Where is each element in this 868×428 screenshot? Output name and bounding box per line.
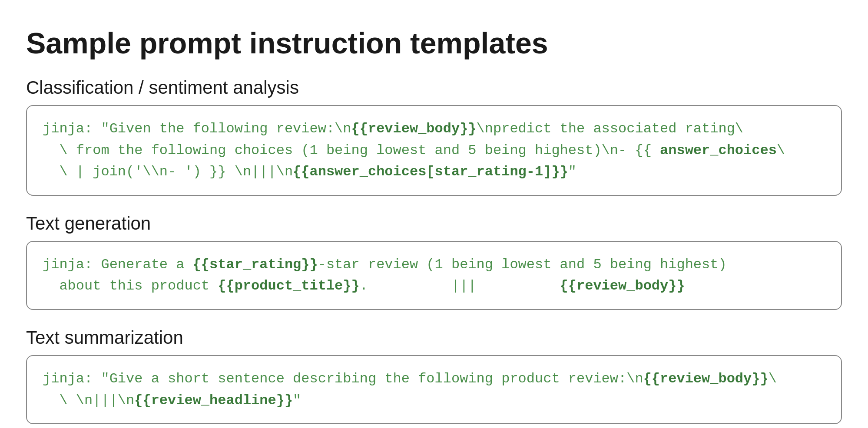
code-part-classification-1-0: \ from the following choices (1 being lo… xyxy=(43,142,660,158)
code-line-classification-0: jinja: "Given the following review:\n{{r… xyxy=(43,118,825,140)
code-line-text-summarization-1: \ \n|||\n{{review_headline}}" xyxy=(43,390,825,412)
section-label-text-summarization: Text summarization xyxy=(26,327,842,348)
code-part-text-summarization-0-3: \ xyxy=(769,371,777,387)
code-part-text-summarization-0-0: jinja: xyxy=(43,371,101,387)
code-part-classification-2-2: " xyxy=(568,164,576,180)
code-box-text-summarization: jinja: "Give a short sentence describing… xyxy=(26,355,842,424)
code-part-text-summarization-1-1: {{review_headline}} xyxy=(134,392,293,408)
code-part-text-generation-0-2: {{star_rating}} xyxy=(193,257,318,273)
section-label-text-generation: Text generation xyxy=(26,213,842,234)
code-part-text-generation-0-0: jinja: xyxy=(43,257,101,273)
code-line-text-generation-1: about this product {{product_title}}. ||… xyxy=(43,275,825,297)
code-line-classification-2: \ | join('\\n- ') }} \n|||\n{{answer_cho… xyxy=(43,161,825,183)
code-part-text-generation-0-3: -star review (1 being lowest and 5 being… xyxy=(318,257,727,273)
code-part-text-summarization-1-2: " xyxy=(293,392,301,408)
code-part-text-summarization-0-2: {{review_body}} xyxy=(643,371,769,387)
code-part-classification-0-3: \npredict the associated rating\ xyxy=(477,121,744,137)
code-part-text-summarization-1-0: \ \n|||\n xyxy=(43,392,134,408)
section-text-generation: Text generationjinja: Generate a {{star_… xyxy=(26,213,842,310)
section-classification: Classification / sentiment analysisjinja… xyxy=(26,77,842,196)
code-part-text-summarization-0-1: "Give a short sentence describing the fo… xyxy=(101,371,643,387)
code-part-classification-0-1: "Given the following review:\n xyxy=(101,121,351,137)
code-part-text-generation-1-2: . ||| xyxy=(360,278,560,294)
code-part-text-generation-1-3: {{review_body}} xyxy=(560,278,685,294)
code-part-classification-1-1: answer_choices xyxy=(660,142,777,158)
code-box-text-generation: jinja: Generate a {{star_rating}}-star r… xyxy=(26,241,842,310)
code-part-classification-0-0: jinja: xyxy=(43,121,101,137)
code-part-classification-2-1: {{answer_choices[star_rating-1]}} xyxy=(293,164,568,180)
section-label-classification: Classification / sentiment analysis xyxy=(26,77,842,98)
code-line-classification-1: \ from the following choices (1 being lo… xyxy=(43,140,825,161)
code-part-text-generation-0-1: Generate a xyxy=(101,257,192,273)
code-part-classification-1-2: \ xyxy=(777,142,785,158)
code-line-text-generation-0: jinja: Generate a {{star_rating}}-star r… xyxy=(43,254,825,276)
section-text-summarization: Text summarizationjinja: "Give a short s… xyxy=(26,327,842,424)
code-box-classification: jinja: "Given the following review:\n{{r… xyxy=(26,105,842,196)
code-part-text-generation-1-1: {{product_title}} xyxy=(218,278,359,294)
code-part-classification-2-0: \ | join('\\n- ') }} \n|||\n xyxy=(43,164,293,180)
page-title: Sample prompt instruction templates xyxy=(26,26,842,60)
code-line-text-summarization-0: jinja: "Give a short sentence describing… xyxy=(43,368,825,390)
code-part-text-generation-1-0: about this product xyxy=(43,278,218,294)
code-part-classification-0-2: {{review_body}} xyxy=(351,121,477,137)
